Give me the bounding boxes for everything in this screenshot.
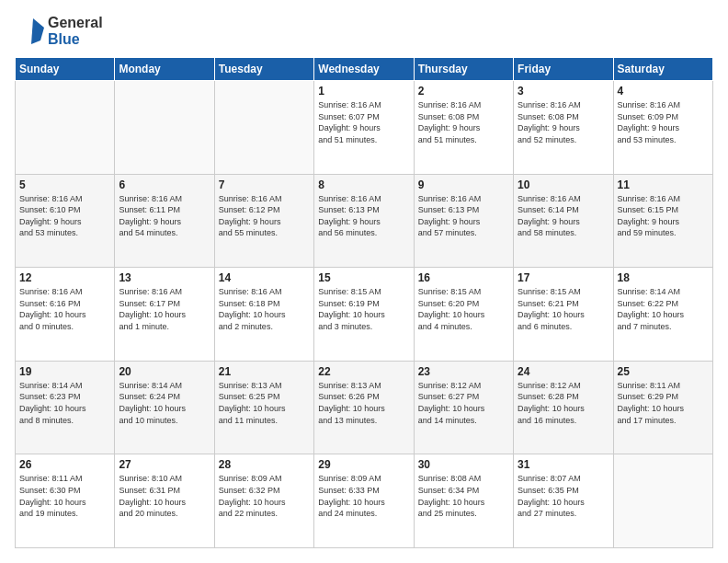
calendar-cell: 18Sunrise: 8:14 AM Sunset: 6:22 PM Dayli… (613, 268, 712, 362)
calendar-cell: 8Sunrise: 8:16 AM Sunset: 6:13 PM Daylig… (314, 174, 414, 268)
day-info: Sunrise: 8:13 AM Sunset: 6:26 PM Dayligh… (318, 380, 409, 426)
day-info: Sunrise: 8:16 AM Sunset: 6:08 PM Dayligh… (418, 99, 509, 145)
day-number: 23 (418, 365, 509, 378)
calendar-cell: 15Sunrise: 8:15 AM Sunset: 6:19 PM Dayli… (314, 268, 414, 362)
calendar-cell: 14Sunrise: 8:16 AM Sunset: 6:18 PM Dayli… (214, 268, 313, 362)
day-number: 17 (518, 271, 609, 284)
day-number: 15 (318, 271, 409, 284)
day-number: 5 (19, 178, 110, 191)
day-info: Sunrise: 8:14 AM Sunset: 6:22 PM Dayligh… (618, 286, 709, 332)
day-info: Sunrise: 8:14 AM Sunset: 6:24 PM Dayligh… (119, 380, 210, 426)
day-info: Sunrise: 8:16 AM Sunset: 6:10 PM Dayligh… (19, 193, 110, 239)
weekday-header-friday: Friday (514, 58, 613, 81)
day-info: Sunrise: 8:12 AM Sunset: 6:27 PM Dayligh… (418, 380, 509, 426)
day-info: Sunrise: 8:12 AM Sunset: 6:28 PM Dayligh… (518, 380, 609, 426)
weekday-header-saturday: Saturday (613, 58, 712, 81)
day-number: 18 (618, 271, 709, 284)
day-info: Sunrise: 8:16 AM Sunset: 6:09 PM Dayligh… (618, 99, 709, 145)
day-info: Sunrise: 8:09 AM Sunset: 6:33 PM Dayligh… (318, 473, 409, 519)
day-number: 16 (418, 271, 509, 284)
day-number: 9 (418, 178, 509, 191)
day-number: 21 (219, 365, 310, 378)
calendar-cell: 27Sunrise: 8:10 AM Sunset: 6:31 PM Dayli… (115, 454, 214, 548)
calendar-cell: 11Sunrise: 8:16 AM Sunset: 6:15 PM Dayli… (613, 174, 712, 268)
svg-marker-0 (31, 18, 44, 44)
logo: GeneralBlue (15, 15, 103, 48)
calendar-cell: 5Sunrise: 8:16 AM Sunset: 6:10 PM Daylig… (16, 174, 115, 268)
week-row-1: 1Sunrise: 8:16 AM Sunset: 6:07 PM Daylig… (16, 81, 713, 175)
calendar-cell: 19Sunrise: 8:14 AM Sunset: 6:23 PM Dayli… (16, 361, 115, 454)
page: GeneralBlue SundayMondayTuesdayWednesday… (0, 0, 728, 563)
day-info: Sunrise: 8:16 AM Sunset: 6:15 PM Dayligh… (618, 193, 709, 239)
day-info: Sunrise: 8:08 AM Sunset: 6:34 PM Dayligh… (418, 473, 509, 519)
day-number: 7 (219, 178, 310, 191)
day-info: Sunrise: 8:16 AM Sunset: 6:13 PM Dayligh… (418, 193, 509, 239)
calendar-cell: 13Sunrise: 8:16 AM Sunset: 6:17 PM Dayli… (115, 268, 214, 362)
calendar-cell: 20Sunrise: 8:14 AM Sunset: 6:24 PM Dayli… (115, 361, 214, 454)
day-info: Sunrise: 8:16 AM Sunset: 6:13 PM Dayligh… (318, 193, 409, 239)
calendar-cell: 24Sunrise: 8:12 AM Sunset: 6:28 PM Dayli… (514, 361, 613, 454)
day-info: Sunrise: 8:11 AM Sunset: 6:29 PM Dayligh… (618, 380, 709, 426)
calendar-cell: 30Sunrise: 8:08 AM Sunset: 6:34 PM Dayli… (414, 454, 513, 548)
calendar-cell (613, 454, 712, 548)
calendar-cell: 29Sunrise: 8:09 AM Sunset: 6:33 PM Dayli… (314, 454, 414, 548)
day-info: Sunrise: 8:16 AM Sunset: 6:08 PM Dayligh… (518, 99, 609, 145)
calendar-cell: 2Sunrise: 8:16 AM Sunset: 6:08 PM Daylig… (414, 81, 513, 175)
day-info: Sunrise: 8:15 AM Sunset: 6:20 PM Dayligh… (418, 286, 509, 332)
day-number: 12 (19, 271, 110, 284)
day-number: 27 (119, 458, 210, 471)
calendar-cell: 10Sunrise: 8:16 AM Sunset: 6:14 PM Dayli… (514, 174, 613, 268)
calendar-cell: 22Sunrise: 8:13 AM Sunset: 6:26 PM Dayli… (314, 361, 414, 454)
weekday-header-row: SundayMondayTuesdayWednesdayThursdayFrid… (16, 58, 713, 81)
day-info: Sunrise: 8:11 AM Sunset: 6:30 PM Dayligh… (19, 473, 110, 519)
day-info: Sunrise: 8:09 AM Sunset: 6:32 PM Dayligh… (219, 473, 310, 519)
day-number: 28 (219, 458, 310, 471)
calendar-cell: 28Sunrise: 8:09 AM Sunset: 6:32 PM Dayli… (214, 454, 313, 548)
logo-wordmark: GeneralBlue (48, 15, 103, 48)
day-number: 22 (318, 365, 409, 378)
day-info: Sunrise: 8:07 AM Sunset: 6:35 PM Dayligh… (518, 473, 609, 519)
day-info: Sunrise: 8:16 AM Sunset: 6:16 PM Dayligh… (19, 286, 110, 332)
day-number: 24 (518, 365, 609, 378)
calendar-cell: 31Sunrise: 8:07 AM Sunset: 6:35 PM Dayli… (514, 454, 613, 548)
weekday-header-tuesday: Tuesday (214, 58, 313, 81)
day-number: 31 (518, 458, 609, 471)
day-number: 19 (19, 365, 110, 378)
calendar-cell: 17Sunrise: 8:15 AM Sunset: 6:21 PM Dayli… (514, 268, 613, 362)
calendar-cell: 1Sunrise: 8:16 AM Sunset: 6:07 PM Daylig… (314, 81, 414, 175)
day-number: 10 (518, 178, 609, 191)
day-number: 1 (318, 85, 409, 98)
calendar-cell: 3Sunrise: 8:16 AM Sunset: 6:08 PM Daylig… (514, 81, 613, 175)
day-number: 26 (19, 458, 110, 471)
week-row-3: 12Sunrise: 8:16 AM Sunset: 6:16 PM Dayli… (16, 268, 713, 362)
calendar-cell (16, 81, 115, 175)
header: GeneralBlue (15, 15, 713, 48)
day-number: 13 (119, 271, 210, 284)
calendar-cell: 21Sunrise: 8:13 AM Sunset: 6:25 PM Dayli… (214, 361, 313, 454)
day-number: 8 (318, 178, 409, 191)
day-info: Sunrise: 8:16 AM Sunset: 6:17 PM Dayligh… (119, 286, 210, 332)
week-row-2: 5Sunrise: 8:16 AM Sunset: 6:10 PM Daylig… (16, 174, 713, 268)
day-info: Sunrise: 8:16 AM Sunset: 6:14 PM Dayligh… (518, 193, 609, 239)
calendar-cell: 4Sunrise: 8:16 AM Sunset: 6:09 PM Daylig… (613, 81, 712, 175)
day-info: Sunrise: 8:16 AM Sunset: 6:11 PM Dayligh… (119, 193, 210, 239)
day-number: 2 (418, 85, 509, 98)
day-info: Sunrise: 8:13 AM Sunset: 6:25 PM Dayligh… (219, 380, 310, 426)
week-row-4: 19Sunrise: 8:14 AM Sunset: 6:23 PM Dayli… (16, 361, 713, 454)
calendar-cell: 12Sunrise: 8:16 AM Sunset: 6:16 PM Dayli… (16, 268, 115, 362)
day-info: Sunrise: 8:16 AM Sunset: 6:12 PM Dayligh… (219, 193, 310, 239)
day-number: 29 (318, 458, 409, 471)
calendar: SundayMondayTuesdayWednesdayThursdayFrid… (15, 57, 713, 548)
day-info: Sunrise: 8:16 AM Sunset: 6:07 PM Dayligh… (318, 99, 409, 145)
calendar-cell (214, 81, 313, 175)
calendar-cell: 7Sunrise: 8:16 AM Sunset: 6:12 PM Daylig… (214, 174, 313, 268)
calendar-cell: 25Sunrise: 8:11 AM Sunset: 6:29 PM Dayli… (613, 361, 712, 454)
day-number: 14 (219, 271, 310, 284)
day-number: 6 (119, 178, 210, 191)
day-number: 25 (618, 365, 709, 378)
day-info: Sunrise: 8:16 AM Sunset: 6:18 PM Dayligh… (219, 286, 310, 332)
week-row-5: 26Sunrise: 8:11 AM Sunset: 6:30 PM Dayli… (16, 454, 713, 548)
calendar-cell (115, 81, 214, 175)
day-info: Sunrise: 8:15 AM Sunset: 6:21 PM Dayligh… (518, 286, 609, 332)
day-number: 4 (618, 85, 709, 98)
